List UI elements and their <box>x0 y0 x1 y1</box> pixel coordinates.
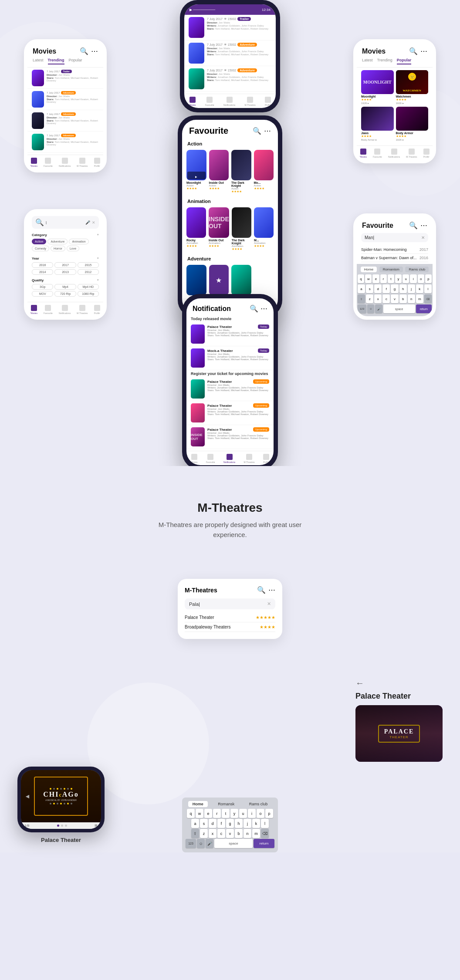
delete-key-bottom[interactable]: ⌫ <box>261 829 269 838</box>
right-fav-search-input[interactable]: Man| ✕ <box>361 233 428 242</box>
marquee-lights-bottom <box>50 803 72 804</box>
notif-btn-5[interactable]: Upcoming <box>253 427 269 432</box>
bottom-blob <box>87 683 209 804</box>
chicago-title: CHIcAGo <box>43 791 79 798</box>
ts-more-icon[interactable]: ⋯ <box>268 586 275 594</box>
left-thumb-3 <box>32 112 44 129</box>
kb-tab-rams[interactable]: Rams club <box>405 267 429 272</box>
year-chevron[interactable]: ▾ <box>97 257 99 262</box>
return-key-bottom[interactable]: return <box>254 839 274 848</box>
chip-adventure[interactable]: Adventure <box>47 239 68 244</box>
right-search-icon[interactable]: 🔍 <box>409 47 418 55</box>
ts-result-2[interactable]: Broadpaleway Theaters ★★★★ <box>185 622 275 632</box>
right-fav-search-icon[interactable]: 🔍 <box>409 221 418 230</box>
nav-profile[interactable]: Profile <box>265 97 271 106</box>
back-arrow-palace[interactable]: ← <box>355 678 364 688</box>
nav-theatres-notif[interactable]: M.Theatres <box>244 454 255 463</box>
notif-btn-1[interactable]: Today <box>258 324 269 329</box>
kb-row-4-right: 123 ☺ 🎤 space return <box>358 304 432 313</box>
palace-theater-panel: ← Palace Theater PALACE THEATER <box>355 678 443 762</box>
tab-popular-left[interactable]: Popular <box>69 58 82 64</box>
return-key-right[interactable]: return <box>416 304 432 313</box>
category-chevron[interactable]: ▾ <box>97 233 99 239</box>
action-movies-grid: ▶ Moonlight Action ★★★★ <box>182 148 278 197</box>
tab-latest-right[interactable]: Latest <box>362 58 373 64</box>
chicago-prev-arrow[interactable]: ◄ <box>24 793 30 800</box>
notif-btn-3[interactable]: Upcoming <box>253 379 269 384</box>
num-key-bottom[interactable]: 123 <box>186 839 196 848</box>
chip-animation[interactable]: Animation <box>69 239 88 244</box>
kb-tab-romansk-bottom[interactable]: Romansk <box>213 801 239 807</box>
chip-action[interactable]: Action <box>32 239 46 244</box>
favourite-screen: Favourite 🔍 ⋯ Action ▶ <box>182 120 278 313</box>
nav-movies[interactable]: Movies <box>189 97 196 106</box>
year-filter: Year ▾ 2016 2017 2015 2014 2013 2012 <box>27 255 103 277</box>
right-fav-title: Favourite <box>362 222 393 230</box>
notif-btn-4[interactable]: Upcoming <box>253 403 269 408</box>
right-fav-more-icon[interactable]: ⋯ <box>420 221 427 230</box>
left-more-icon[interactable]: ⋯ <box>91 47 98 55</box>
nav-profile-notif[interactable]: Profile <box>263 454 269 463</box>
left-search-icon[interactable]: 🔍 <box>80 47 88 55</box>
emoji-key-bottom[interactable]: ☺ <box>197 839 205 848</box>
more-icon-fav[interactable]: ⋯ <box>264 127 271 135</box>
category-chips: Action Adventure Animation Comedy Horror… <box>32 239 99 251</box>
kb-tab-rams-bottom[interactable]: Rams club <box>245 801 272 807</box>
nav-movies-notif[interactable]: Movies <box>191 454 198 463</box>
chip-comedy[interactable]: Comedy <box>32 246 49 251</box>
chip-horror[interactable]: Horror <box>51 246 65 251</box>
palace-title-wrap: Palace Theater <box>355 692 443 701</box>
num-key-right[interactable]: 123 <box>358 304 366 313</box>
search-bar[interactable]: 🔍 | 🎤 ✕ <box>32 216 99 229</box>
notif-search-icon[interactable]: 🔍 <box>250 304 258 313</box>
close-icon-search[interactable]: ✕ <box>92 220 95 225</box>
shift-key-right[interactable]: ⇧ <box>358 294 365 303</box>
tab-trending-right[interactable]: Trending <box>377 58 392 64</box>
right-fav-clear[interactable]: ✕ <box>421 235 425 240</box>
movie-item-1: 7 July 2017 👁 15002 Trailer Director: Jo… <box>184 15 276 41</box>
right-movie-card-1: MOONLIGHT Moonlight ★★★★ 1926 ▸ <box>361 70 394 105</box>
shift-key-bottom[interactable]: ⇧ <box>191 829 199 838</box>
movie-views-1: 15002 <box>228 17 236 20</box>
tab-latest-left[interactable]: Latest <box>33 58 44 64</box>
right-fav-result-1[interactable]: Spider-Man: Homecoming 2017 <box>361 246 428 254</box>
ts-search-icon[interactable]: 🔍 <box>257 586 266 594</box>
space-key-right[interactable]: space <box>383 304 415 313</box>
kb-top-row-right: Home Romanism Rams club <box>358 266 432 273</box>
quality-chevron[interactable]: ▾ <box>97 278 99 284</box>
right-movie-card-2: WATCHMEN 🙂 Watchmen ★★★★ 1926 ▸ <box>396 70 429 105</box>
nav-favourite[interactable]: Favourite <box>205 97 214 106</box>
chicago-image: ◄ <box>21 770 101 822</box>
action-movie-2: Inside Out Action ★★★★ <box>209 150 229 193</box>
ts-clear-btn[interactable]: ✕ <box>267 601 271 607</box>
kb-tab-home[interactable]: Home <box>361 267 377 272</box>
nav-notif-active[interactable]: Notifications <box>223 454 235 463</box>
emoji-key-right[interactable]: ☺ <box>367 304 374 313</box>
notif-thumb-4 <box>191 403 205 422</box>
notif-btn-2[interactable]: Today <box>258 348 269 353</box>
ts-result-1[interactable]: Palace Theater ★★★★★ <box>185 613 275 622</box>
right-more-icon[interactable]: ⋯ <box>420 47 427 55</box>
kb-tab-home-bottom[interactable]: Home <box>188 801 208 807</box>
ts-search-bar[interactable]: Pala| ✕ <box>185 598 275 609</box>
theatres-search-section: M-Theatres 🔍 ⋯ Pala| ✕ Palace Theater ★★… <box>0 579 460 661</box>
nav-fav-notif[interactable]: Favourite <box>206 454 215 463</box>
right-fav-result-2[interactable]: Batman v Superman: Dawn of... 2016 <box>361 254 428 262</box>
mic-key-right[interactable]: 🎤 <box>375 304 382 313</box>
photo-save[interactable]: ⊞ <box>95 824 98 828</box>
mic-key-bottom[interactable]: 🎤 <box>206 839 213 848</box>
mic-icon[interactable]: 🎤 <box>85 220 90 225</box>
left-movies-icons: 🔍 ⋯ <box>80 47 98 55</box>
search-icon-fav[interactable]: 🔍 <box>253 127 261 135</box>
nav-mtheatres[interactable]: M.Theatres <box>245 97 256 106</box>
kb-tab-romanism[interactable]: Romanism <box>379 267 403 272</box>
nav-notifications[interactable]: Notifications <box>223 97 235 106</box>
tab-popular-right[interactable]: Popular <box>397 58 412 64</box>
space-key-bottom[interactable]: space <box>214 839 253 848</box>
delete-key-right[interactable]: ⌫ <box>424 294 432 303</box>
right-favourite-phone: Favourite 🔍 ⋯ Man| ✕ Spider-Man: Homecom… <box>353 213 436 320</box>
notif-more-icon[interactable]: ⋯ <box>260 304 267 313</box>
chip-love[interactable]: Love <box>67 246 79 251</box>
tab-trending-left[interactable]: Trending <box>48 58 64 64</box>
movies-nav-icon <box>189 97 196 103</box>
